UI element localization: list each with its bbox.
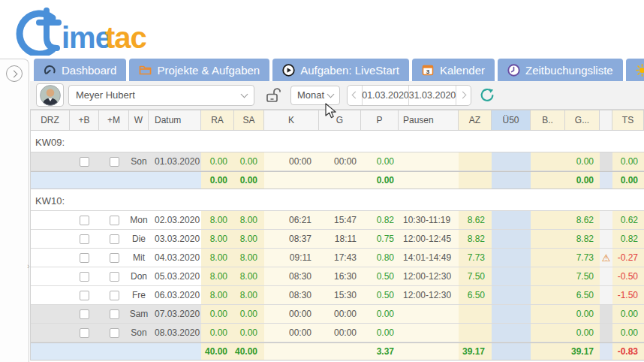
cell-pausen: 12:00-12:30 (399, 286, 459, 304)
cell-az (459, 324, 492, 342)
day-row[interactable]: Mit04.03.20208.008.0009:1117:430.8014:01… (31, 249, 644, 267)
checkbox[interactable] (80, 234, 89, 244)
checkbox[interactable] (80, 272, 89, 282)
grid-header-row: DRZ+B+MWDatumRASAKGPPausenAZÜ50B..G...TS (31, 110, 644, 131)
week-totals-row: 40.0040.003.3739.1739.17-0.83 (31, 342, 644, 360)
col-header-ü50[interactable]: Ü50 (492, 110, 531, 130)
cell-datum: 06.03.2020 (149, 286, 201, 304)
col-header-pausen[interactable]: Pausen (399, 110, 459, 130)
cell-az: 6.50 (459, 286, 492, 304)
checkbox[interactable] (80, 328, 89, 338)
cell-g: 00:00 (319, 152, 361, 170)
cell-ra: 8.00 (201, 230, 234, 248)
cell-p: 0.00 (361, 305, 399, 323)
checkbox[interactable] (80, 309, 89, 319)
period-select-value: Monat (297, 89, 324, 101)
totals-b (531, 343, 565, 360)
week-label: KW10: (31, 195, 65, 207)
prev-period-button[interactable] (348, 86, 362, 105)
cell-w: Son (129, 152, 149, 170)
cell-ts: 0.00 (612, 152, 644, 170)
tab-urlaubsplaner[interactable]: Urlaubsplaner (626, 59, 644, 81)
totals-datum (149, 172, 201, 189)
user-avatar-button[interactable] (36, 83, 64, 107)
checkbox[interactable] (110, 216, 119, 225)
day-row[interactable]: Sam07.03.20200.000.0000:0000:000.000.000… (31, 305, 644, 324)
day-row[interactable]: Mon02.03.20208.008.0006:2115:470.8210:30… (31, 211, 644, 230)
cell-plus-b (70, 324, 99, 342)
period-select[interactable]: Monat (290, 86, 340, 105)
totals-p: 3.37 (361, 343, 399, 360)
play-circle-icon (282, 64, 295, 77)
cell-pausen (399, 324, 459, 342)
checkbox[interactable] (80, 157, 89, 167)
col-header-w[interactable]: W (129, 110, 149, 130)
col-header-b[interactable]: B.. (531, 110, 565, 130)
col-header-k[interactable]: K (264, 110, 319, 130)
refresh-button[interactable] (477, 86, 497, 105)
col-header-p[interactable]: P (361, 110, 399, 130)
tab-bar: DashboardProjekte & AufgabenAufgaben: Li… (30, 59, 644, 81)
col-header-g[interactable]: G... (565, 110, 600, 130)
checkbox[interactable] (110, 234, 119, 244)
cell-sa: 0.00 (234, 324, 264, 342)
checkbox[interactable] (110, 291, 119, 300)
cell-k: 00:00 (264, 324, 319, 342)
cell-g2: 0.00 (565, 305, 600, 323)
next-period-button[interactable] (456, 86, 471, 105)
totals-flag (600, 343, 612, 360)
totals-pausen (399, 343, 459, 360)
cell-g: 00:00 (319, 324, 361, 342)
col-header-g[interactable]: G (319, 110, 361, 130)
cell-g: 16:30 (319, 267, 361, 285)
col-header-b[interactable]: +B (70, 110, 99, 130)
warning-icon: ⚠ (602, 253, 611, 263)
cell-ts: 0.00 (612, 305, 644, 323)
tab-zeitbuchungsliste[interactable]: Zeitbuchungsliste (498, 59, 623, 81)
cell-w: Mon (129, 211, 149, 229)
week-totals-row: 0.000.000.000.000.00 (31, 171, 644, 189)
user-select[interactable]: Meyer Hubert (68, 85, 254, 106)
expand-panel-button[interactable] (6, 65, 23, 82)
date-from-input[interactable]: 01.03.2020 (362, 86, 409, 105)
col-header-ts[interactable]: TS (612, 110, 644, 130)
checkbox[interactable] (110, 157, 119, 167)
lock-toggle[interactable] (265, 86, 281, 104)
checkbox[interactable] (110, 328, 119, 338)
cell-datum: 05.03.2020 (149, 267, 201, 285)
cell-u50 (492, 324, 531, 342)
chevron-right-circle-icon (10, 70, 17, 77)
tab-aufgaben-livestart[interactable]: Aufgaben: LiveStart (272, 59, 409, 81)
tab-label: Dashboard (62, 64, 116, 77)
day-row[interactable]: Die03.03.20208.008.0008:3718:110.7512:00… (31, 230, 644, 249)
cell-flag (600, 305, 612, 323)
checkbox[interactable] (110, 309, 119, 319)
day-row[interactable]: Fre06.03.20208.008.0008:3015:300.5012:00… (31, 286, 644, 305)
totals-g (319, 172, 361, 189)
col-header-flag[interactable] (600, 110, 612, 130)
tab-dashboard[interactable]: Dashboard (34, 59, 126, 81)
totals-k (264, 172, 319, 189)
checkbox[interactable] (110, 272, 119, 282)
col-header-m[interactable]: +M (99, 110, 129, 130)
date-to-input[interactable]: 31.03.2020 (409, 86, 456, 105)
main-area: DashboardProjekte & AufgabenAufgaben: Li… (30, 59, 644, 362)
col-header-sa[interactable]: SA (234, 110, 264, 130)
checkbox[interactable] (110, 253, 119, 263)
sun-icon (636, 64, 644, 77)
checkbox[interactable] (80, 253, 89, 263)
cell-k: 08:30 (264, 286, 319, 304)
refresh-icon (479, 87, 495, 104)
checkbox[interactable] (80, 216, 89, 225)
day-row[interactable]: Son01.03.20200.000.0000:0000:000.000.000… (31, 152, 644, 171)
col-header-az[interactable]: AZ (459, 110, 492, 130)
col-header-drz[interactable]: DRZ (31, 110, 70, 130)
cell-sa: 8.00 (234, 267, 264, 285)
tab-projekte-aufgaben[interactable]: Projekte & Aufgaben (129, 59, 269, 81)
day-row[interactable]: Don05.03.20208.008.0008:3016:300.5012:00… (31, 267, 644, 286)
day-row[interactable]: Son08.03.20200.000.0000:0000:000.000.000… (31, 324, 644, 342)
tab-kalender[interactable]: 3Kalender (412, 59, 495, 81)
col-header-ra[interactable]: RA (201, 110, 234, 130)
col-header-datum[interactable]: Datum (149, 110, 201, 130)
checkbox[interactable] (80, 291, 89, 300)
